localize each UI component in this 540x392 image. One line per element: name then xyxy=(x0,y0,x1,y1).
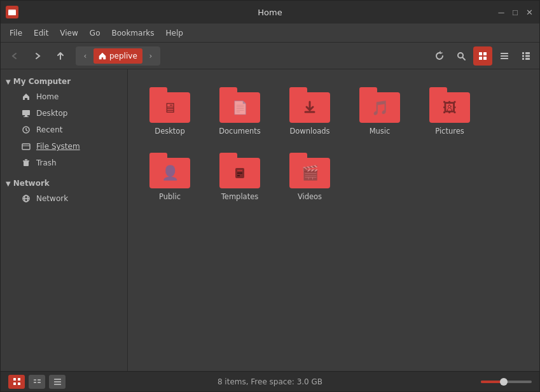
zoom-thumb[interactable] xyxy=(500,378,508,386)
main-layout: ▼ My Computer Home Desktop Recent xyxy=(1,69,539,371)
close-button[interactable]: ✕ xyxy=(524,7,534,17)
file-item-videos[interactable]: 🎬 Videos xyxy=(278,148,342,207)
menu-view[interactable]: View xyxy=(55,26,83,40)
sidebar: ▼ My Computer Home Desktop Recent xyxy=(1,69,128,371)
svg-rect-14 xyxy=(525,55,530,57)
sidebar-item-filesystem[interactable]: File System xyxy=(3,138,125,155)
menu-file[interactable]: File xyxy=(4,26,27,40)
svg-rect-44 xyxy=(54,384,61,385)
folder-icon-documents: 📄 xyxy=(219,87,260,123)
menubar: File Edit View Go Bookmarks Help xyxy=(1,24,539,43)
reload-button[interactable] xyxy=(430,46,449,66)
folder-icon-pictures: 🖼 xyxy=(429,87,470,123)
desktop-icon xyxy=(21,108,31,118)
svg-rect-18 xyxy=(25,115,27,116)
zoom-track xyxy=(481,381,501,383)
sidebar-section-label-computer: My Computer xyxy=(13,77,71,86)
file-item-desktop[interactable]: 🖥 Desktop xyxy=(138,82,202,141)
forward-button[interactable] xyxy=(27,46,48,66)
location-next[interactable]: › xyxy=(144,49,158,63)
file-item-public[interactable]: 👤 Public xyxy=(138,148,202,207)
statusbar-text: 8 items, Free space: 3.0 GB xyxy=(218,377,322,386)
folder-icon-public: 👤 xyxy=(149,153,190,188)
folder-icon-music: 🎵 xyxy=(359,87,400,123)
location-bar: ‹ peplive › xyxy=(76,46,160,66)
svg-rect-9 xyxy=(501,55,508,57)
search-button[interactable] xyxy=(452,46,471,66)
recent-icon xyxy=(21,125,31,135)
zoom-slider[interactable] xyxy=(481,381,532,383)
statusbar-view-btn-3[interactable] xyxy=(49,375,66,389)
statusbar-left xyxy=(8,375,66,389)
svg-rect-38 xyxy=(34,379,36,381)
file-item-documents[interactable]: 📄 Documents xyxy=(208,82,272,141)
file-label-documents: Documents xyxy=(219,127,261,136)
back-button[interactable] xyxy=(4,46,25,66)
sidebar-item-network[interactable]: Network xyxy=(3,190,125,207)
file-item-music[interactable]: 🎵 Music xyxy=(348,82,412,141)
file-label-desktop: Desktop xyxy=(155,127,184,136)
sidebar-item-home[interactable]: Home xyxy=(3,88,125,105)
svg-rect-35 xyxy=(18,378,20,381)
sidebar-item-desktop[interactable]: Desktop xyxy=(3,105,125,122)
file-item-templates[interactable]: Templates xyxy=(208,148,272,207)
sidebar-section-label-network: Network xyxy=(13,179,50,188)
sidebar-item-label: Network xyxy=(36,194,68,203)
sidebar-item-trash[interactable]: Trash xyxy=(3,155,125,171)
menu-edit[interactable]: Edit xyxy=(29,26,53,40)
view-list-button[interactable] xyxy=(516,46,536,66)
menu-go[interactable]: Go xyxy=(85,26,106,40)
chevron-down-icon: ▼ xyxy=(6,180,11,187)
svg-rect-15 xyxy=(522,58,524,60)
file-manager-window: Home ─ □ ✕ File Edit View Go Bookmarks H… xyxy=(0,0,540,392)
location-prev[interactable]: ‹ xyxy=(78,49,92,63)
sidebar-item-recent[interactable]: Recent xyxy=(3,122,125,138)
statusbar-view-btn-1[interactable] xyxy=(8,375,25,389)
sidebar-item-label: File System xyxy=(36,142,80,151)
svg-rect-42 xyxy=(54,379,61,380)
titlebar: Home ─ □ ✕ xyxy=(1,1,539,24)
svg-rect-10 xyxy=(501,58,508,59)
file-area: 🖥 Desktop 📄 Documents xyxy=(128,69,539,371)
location-home[interactable]: peplive xyxy=(93,48,142,64)
sidebar-item-label: Home xyxy=(36,92,59,101)
svg-rect-39 xyxy=(38,379,41,381)
sidebar-section-network[interactable]: ▼ Network xyxy=(1,176,127,190)
minimize-button[interactable]: ─ xyxy=(496,7,506,17)
svg-rect-16 xyxy=(525,58,530,60)
statusbar: 8 items, Free space: 3.0 GB xyxy=(1,371,539,391)
svg-rect-41 xyxy=(38,382,41,383)
file-grid: 🖥 Desktop 📄 Documents xyxy=(138,82,529,207)
file-label-templates: Templates xyxy=(221,192,258,202)
menu-help[interactable]: Help xyxy=(161,26,188,40)
file-label-public: Public xyxy=(159,192,181,202)
file-label-downloads: Downloads xyxy=(289,127,329,136)
view-grid-button[interactable] xyxy=(473,46,492,66)
folder-icon-desktop: 🖥 xyxy=(149,87,190,123)
svg-rect-23 xyxy=(24,161,29,166)
sidebar-section-my-computer[interactable]: ▼ My Computer xyxy=(1,74,127,88)
file-item-downloads[interactable]: Downloads xyxy=(278,82,342,141)
chevron-down-icon: ▼ xyxy=(6,78,11,85)
svg-rect-36 xyxy=(13,382,16,385)
svg-rect-5 xyxy=(483,52,487,55)
window-controls: ─ □ ✕ xyxy=(496,7,534,17)
titlebar-left xyxy=(6,6,18,18)
file-label-music: Music xyxy=(370,127,391,136)
menu-bookmarks[interactable]: Bookmarks xyxy=(106,26,159,40)
maximize-button[interactable]: □ xyxy=(510,7,520,17)
statusbar-view-btn-2[interactable] xyxy=(29,375,45,389)
folder-icon-templates xyxy=(219,153,260,188)
view-compact-button[interactable] xyxy=(495,46,514,66)
app-icon xyxy=(6,6,18,18)
file-item-pictures[interactable]: 🖼 Pictures xyxy=(418,82,481,141)
up-button[interactable] xyxy=(50,46,71,66)
sidebar-item-label: Recent xyxy=(36,125,62,134)
sidebar-item-label: Trash xyxy=(36,158,57,167)
statusbar-right xyxy=(481,381,532,383)
folder-icon-videos: 🎬 xyxy=(289,153,330,188)
svg-rect-37 xyxy=(18,382,20,385)
svg-rect-6 xyxy=(479,57,482,60)
window-title: Home xyxy=(258,8,282,17)
svg-rect-19 xyxy=(24,116,29,117)
